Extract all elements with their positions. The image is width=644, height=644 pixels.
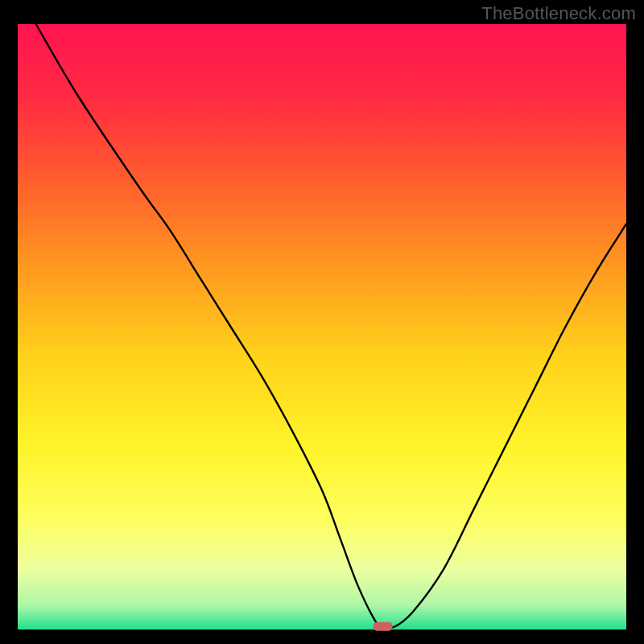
watermark-label: TheBottleneck.com bbox=[481, 3, 636, 24]
bottleneck-chart bbox=[0, 0, 644, 644]
minimum-marker bbox=[374, 622, 393, 631]
plot-background bbox=[18, 24, 626, 630]
chart-frame: TheBottleneck.com bbox=[0, 0, 644, 644]
